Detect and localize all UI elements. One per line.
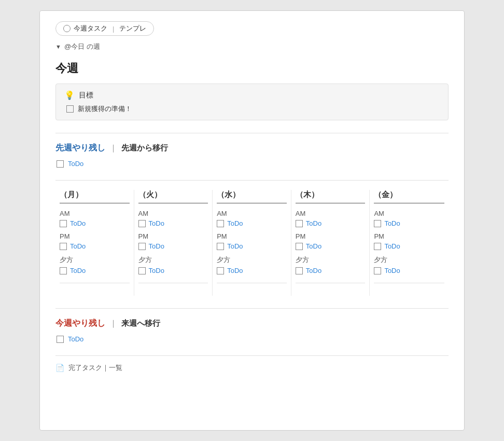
carryover-this-sep: ｜ <box>109 319 117 328</box>
todo-label-2-0: ToDo <box>227 219 243 227</box>
time-label-4-2: 夕方 <box>374 255 444 265</box>
nav-separator: | <box>113 25 114 33</box>
time-block-3-1: PMToDo <box>296 232 366 250</box>
circle-icon <box>63 25 71 32</box>
nav-button-template: テンプレ <box>119 24 146 33</box>
carryover-last-todo: ToDo <box>55 160 449 168</box>
todo-label-1-1: ToDo <box>149 242 164 250</box>
todo-checkbox-1-1[interactable] <box>138 243 146 250</box>
todo-checkbox-3-2[interactable] <box>296 267 303 274</box>
time-block-1-2: 夕方ToDo <box>138 255 208 283</box>
todo-checkbox-0-1[interactable] <box>60 243 67 250</box>
time-block-1-1: PMToDo <box>138 232 208 250</box>
carryover-this-heading: 今週やり残し ｜ 来週へ移行 <box>55 318 449 329</box>
todo-row-0-1: ToDo <box>60 242 130 250</box>
time-label-0-1: PM <box>60 232 130 240</box>
day-header-1: （火） <box>138 190 208 203</box>
time-label-1-0: AM <box>138 210 208 217</box>
day-column-1: （火）AMToDoPMToDo夕方ToDo <box>134 190 213 296</box>
todo-label-1-2: ToDo <box>149 267 164 274</box>
footer-nav[interactable]: 📄 完了タスク｜一覧 <box>55 355 449 373</box>
weekly-grid: （月）AMToDoPMToDo夕方ToDo（火）AMToDoPMToDo夕方To… <box>55 190 449 296</box>
time-block-2-2: 夕方ToDo <box>217 255 287 283</box>
day-column-3: （木）AMToDoPMToDo夕方ToDo <box>291 190 370 296</box>
time-label-2-2: 夕方 <box>217 255 287 265</box>
time-block-0-2: 夕方ToDo <box>60 255 130 283</box>
time-block-1-0: AMToDo <box>138 210 208 227</box>
goal-checkbox[interactable] <box>66 105 74 113</box>
this-week-heading: 今週 <box>55 61 449 76</box>
todo-checkbox-2-0[interactable] <box>217 220 224 227</box>
carryover-last-section: 先週やり残し ｜ 先週から移行 ToDo <box>55 143 449 168</box>
day-column-0: （月）AMToDoPMToDo夕方ToDo <box>55 190 134 296</box>
goal-box: 💡 目標 新規獲得の準備！ <box>55 84 449 120</box>
breadcrumb: ▼ @今日 の週 <box>55 42 449 51</box>
carryover-this-todo-label: ToDo <box>68 335 83 343</box>
carryover-last-title: 先週やり残し <box>55 143 105 154</box>
todo-row-4-1: ToDo <box>374 242 444 250</box>
day-header-2: （水） <box>217 190 287 203</box>
todo-row-0-2: ToDo <box>60 267 130 274</box>
goal-task-text: 新規獲得の準備！ <box>78 104 132 114</box>
todo-checkbox-2-2[interactable] <box>217 267 224 274</box>
nav-button[interactable]: 今週タスク | テンプレ <box>55 21 154 36</box>
carryover-this-title: 今週やり残し <box>55 318 105 329</box>
day-column-2: （水）AMToDoPMToDo夕方ToDo <box>213 190 291 296</box>
todo-label-1-0: ToDo <box>149 219 164 227</box>
day-header-4: （金） <box>374 190 444 203</box>
goal-title: 目標 <box>79 91 93 100</box>
time-block-4-1: PMToDo <box>374 232 444 250</box>
carryover-this-todo: ToDo <box>55 335 449 343</box>
carryover-last-checkbox[interactable] <box>57 160 64 168</box>
time-block-3-2: 夕方ToDo <box>296 255 366 283</box>
todo-label-2-1: ToDo <box>227 242 243 250</box>
time-label-3-2: 夕方 <box>296 255 366 265</box>
todo-label-0-1: ToDo <box>70 242 86 250</box>
todo-checkbox-4-2[interactable] <box>374 267 381 274</box>
time-block-4-2: 夕方ToDo <box>374 255 444 283</box>
todo-row-4-2: ToDo <box>374 267 444 274</box>
time-label-0-0: AM <box>60 210 130 217</box>
todo-checkbox-0-2[interactable] <box>60 267 67 274</box>
carryover-this-checkbox[interactable] <box>57 336 64 343</box>
todo-row-3-1: ToDo <box>296 242 366 250</box>
todo-label-0-2: ToDo <box>70 267 86 274</box>
todo-row-1-0: ToDo <box>138 219 208 227</box>
carryover-last-todo-label: ToDo <box>68 160 83 168</box>
divider-1 <box>55 133 449 133</box>
todo-row-1-2: ToDo <box>138 267 208 274</box>
todo-checkbox-3-0[interactable] <box>296 220 303 227</box>
todo-checkbox-4-1[interactable] <box>374 243 381 250</box>
day-column-4: （金）AMToDoPMToDo夕方ToDo <box>370 190 449 296</box>
carryover-this-section: 今週やり残し ｜ 来週へ移行 ToDo <box>55 318 449 343</box>
footer-icon: 📄 <box>55 364 64 372</box>
todo-row-3-0: ToDo <box>296 219 366 227</box>
carryover-last-sep: ｜ <box>109 143 117 153</box>
todo-checkbox-0-0[interactable] <box>60 220 67 227</box>
top-nav: 今週タスク | テンプレ <box>55 21 449 36</box>
todo-label-4-2: ToDo <box>384 267 400 274</box>
todo-label-0-0: ToDo <box>70 219 86 227</box>
todo-row-2-1: ToDo <box>217 242 287 250</box>
goal-task-row: 新規獲得の準備！ <box>64 104 440 114</box>
goal-icon: 💡 <box>64 90 75 100</box>
todo-checkbox-4-0[interactable] <box>374 220 381 227</box>
todo-checkbox-3-1[interactable] <box>296 243 303 250</box>
time-label-3-0: AM <box>296 210 366 217</box>
time-label-4-1: PM <box>374 232 444 240</box>
time-block-3-0: AMToDo <box>296 210 366 227</box>
time-block-0-1: PMToDo <box>60 232 130 250</box>
time-label-2-1: PM <box>217 232 287 240</box>
todo-checkbox-1-0[interactable] <box>138 220 146 227</box>
carryover-last-subtitle: 先週から移行 <box>121 143 168 153</box>
time-block-4-0: AMToDo <box>374 210 444 227</box>
todo-checkbox-1-2[interactable] <box>138 267 146 274</box>
todo-row-2-0: ToDo <box>217 219 287 227</box>
carryover-last-heading: 先週やり残し ｜ 先週から移行 <box>55 143 449 154</box>
todo-row-4-0: ToDo <box>374 219 444 227</box>
todo-checkbox-2-1[interactable] <box>217 243 224 250</box>
day-header-3: （木） <box>296 190 366 203</box>
time-label-3-1: PM <box>296 232 366 240</box>
time-label-2-0: AM <box>217 210 287 217</box>
footer-label: 完了タスク｜一覧 <box>68 363 122 373</box>
